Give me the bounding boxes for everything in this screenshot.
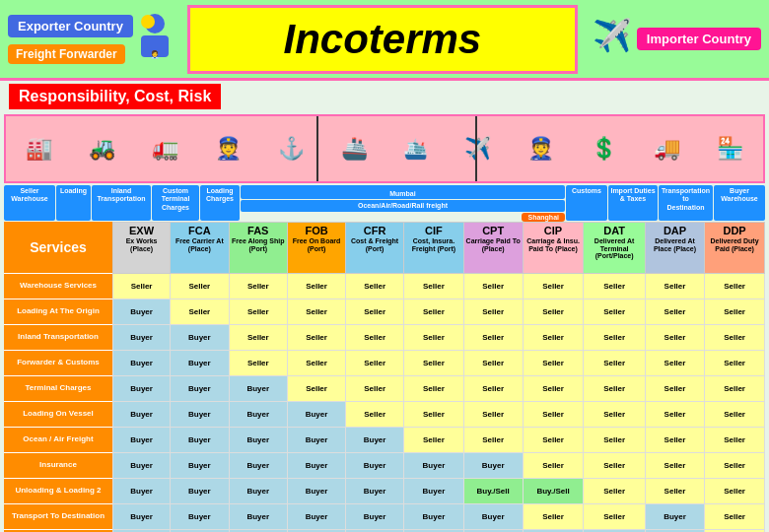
table-cell: Seller [523,299,584,325]
person-left-icon: 🧑‍💼 [133,12,177,66]
mumbai-marker: Mumbai [241,185,565,199]
table-cell: Seller [463,299,523,325]
truck-icon-item: 🚛 [152,136,178,162]
table-cell: Seller [705,299,765,325]
table-cell: Seller [645,479,704,504]
ship-icon: 🚢 [341,136,368,162]
table-cell: Seller [584,428,645,453]
table-cell: Seller [645,299,704,325]
delivery-truck-icon: 🚚 [654,136,680,162]
table-cell: Seller [288,351,346,376]
table-cell: Seller [346,299,404,325]
table-cell: Buyer [113,376,171,402]
table-cell: Seller [645,402,704,428]
table-cell: Buyer [113,351,171,376]
table-cell: Seller [705,376,765,402]
table-cell: Buyer [113,453,171,479]
warehouse-icon-item: 🏭 [26,136,52,162]
table-cell: Seller [523,376,584,402]
port-line-left [316,116,318,181]
table-cell: Seller [705,325,765,351]
table-cell: Buyer [288,504,346,530]
table-cell: Seller [404,376,464,402]
table-cell: Seller [404,402,464,428]
table-row: BuyerBuyerSellerSellerSellerSellerSeller… [113,325,765,351]
table-cell: Seller [705,351,765,376]
title-box: Incoterms [187,5,578,74]
table-row: BuyerBuyerBuyerBuyerBuyerBuyerBuy./SellB… [113,479,765,504]
table-cell: Buyer [171,453,229,479]
table-cell: Seller [346,274,404,299]
table-cell: Seller [523,402,584,428]
customs-label: Customs [566,185,607,221]
table-cell: Seller [288,274,346,299]
table-cell: Seller [229,351,287,376]
table-cell: Buyer [171,376,229,402]
responsibility-bar: Responsibility, Cost, Risk [9,84,221,109]
main-table: EXW Ex Works (Place) FCA Free Carrier At… [112,222,765,532]
table-row: BuyerBuyerBuyerSellerSellerSellerSellerS… [113,376,765,402]
table-cell: Seller [463,376,523,402]
table-cell: Seller [404,299,464,325]
table-cell: Seller [645,376,704,402]
table-cell: Buyer [229,428,287,453]
table-cell: Seller [523,274,584,299]
col-header-dat: DAT Delivered At Terminal (Port/Place) [584,223,645,274]
table-cell: Buyer [404,479,464,504]
table-cell: Seller [229,274,287,299]
table-cell: Seller [584,325,645,351]
col-header-fas: FAS Free Along Ship (Port) [229,223,287,274]
table-cell: Buyer [113,479,171,504]
table-cell: Buyer [229,402,287,428]
column-headers-row: EXW Ex Works (Place) FCA Free Carrier At… [113,223,765,274]
ship2-icon: 🛳️ [403,137,428,161]
table-cell: Seller [584,479,645,504]
col-header-cip: CIP Carriage & Insu. Paid To (Place) [523,223,584,274]
services-header: Services [4,222,112,273]
warehouse2-icon: 🏪 [717,136,743,162]
svg-point-2 [141,15,155,29]
table-cell: Seller [645,351,704,376]
col-header-cpt: CPT Carriage Paid To (Place) [463,223,523,274]
table-cell: Seller [705,402,765,428]
table-row: SellerSellerSellerSellerSellerSellerSell… [113,274,765,299]
main-container: Exporter Country Freight Forwarder 🧑‍💼 I… [0,0,769,532]
col-header-fca: FCA Free Carrier At (Place) [171,223,229,274]
import-duties-label: Import Duties& Taxes [608,185,658,221]
ocean-freight-label: Ocean/Air/Road/Rail freight [241,200,565,212]
table-cell: Buy./Sell [463,479,523,504]
service-labels: Warehouse ServicesLoading At The OriginI… [4,273,112,532]
table-cell: Seller [523,504,584,530]
svg-text:✈️: ✈️ [593,17,632,54]
table-cell: Seller [645,325,704,351]
table-cell: Seller [645,453,704,479]
table-cell: Buyer [645,504,704,530]
table-cell: Seller [463,351,523,376]
right-section: Importer Country [637,28,761,50]
table-cell: Buyer [171,479,229,504]
loading-label: Loading [56,185,91,221]
airplane-icon: ✈️ [464,136,491,162]
table-cell: Seller [584,274,645,299]
table-cell: Buyer [113,428,171,453]
table-cell: Buyer [171,428,229,453]
inland-transport-label: InlandTransportation [92,185,151,221]
table-cell: Seller [346,351,404,376]
table-cell: Buyer [229,479,287,504]
table-cell: Seller [705,428,765,453]
table-cell: Buyer [288,428,346,453]
service-row-label: Inland Transportation [4,324,112,350]
table-cell: Seller [171,299,229,325]
table-cell: Buyer [404,504,464,530]
table-body: SellerSellerSellerSellerSellerSellerSell… [113,274,765,533]
table-cell: Seller [584,453,645,479]
service-row-label: Insurance [4,452,112,478]
col-header-ddp: DDP Delivered Duty Paid (Place) [705,223,765,274]
table-cell: Seller [584,504,645,530]
top-section: Exporter Country Freight Forwarder 🧑‍💼 I… [0,0,769,81]
table-cell: Seller [645,274,704,299]
table-cell: Buyer [113,299,171,325]
service-row-label: Warehouse Services [4,273,112,299]
buyer-warehouse-label: BuyerWarehouse [714,185,765,221]
table-cell: Seller [584,402,645,428]
